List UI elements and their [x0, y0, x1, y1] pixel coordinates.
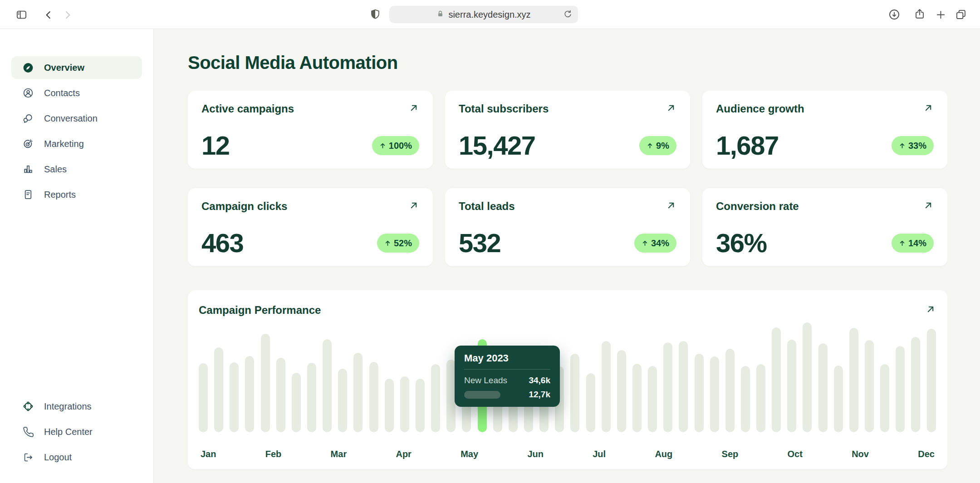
stat-card[interactable]: Conversion rate36%14%: [702, 188, 947, 266]
chart-bar[interactable]: [586, 373, 595, 432]
chart-bar[interactable]: [896, 346, 905, 432]
stat-card-value: 532: [459, 230, 500, 256]
forward-icon[interactable]: [61, 8, 74, 22]
up-arrow-icon: [379, 142, 386, 149]
month-label: Jun: [527, 449, 544, 459]
privacy-shield-icon[interactable]: [368, 8, 382, 21]
chart-bar[interactable]: [803, 322, 812, 432]
chart-bar[interactable]: [400, 376, 409, 432]
chart-bar[interactable]: [617, 350, 626, 432]
stat-card[interactable]: Total leads53234%: [445, 188, 690, 266]
chart-bar[interactable]: [648, 366, 657, 432]
up-arrow-icon: [899, 142, 906, 149]
stat-card[interactable]: Total subscribers15,4279%: [445, 91, 690, 169]
chart-bar[interactable]: [756, 364, 765, 432]
chart-bar[interactable]: [570, 354, 579, 432]
chart-bar[interactable]: [261, 334, 270, 432]
stat-card-title: Active campaigns: [201, 102, 294, 115]
month-axis: JanFebMarAprMayJunJulAugSepOctNovDec: [201, 449, 935, 459]
address-bar[interactable]: sierra.keydesign.xyz: [389, 6, 578, 23]
stat-card[interactable]: Active campaigns12100%: [188, 91, 433, 169]
new-tab-icon[interactable]: [934, 8, 947, 21]
stat-card[interactable]: Audience growth1,68733%: [702, 91, 947, 169]
chart-bar[interactable]: [214, 347, 223, 432]
sidebar-item-help-center[interactable]: Help Center: [11, 420, 142, 443]
chart-bar[interactable]: [725, 349, 735, 432]
tooltip-value-secondary: 12,7k: [529, 390, 550, 400]
logout-icon: [22, 452, 34, 463]
up-arrow-icon: [647, 142, 653, 149]
stat-card-title: Conversion rate: [716, 200, 799, 213]
trend-badge: 52%: [377, 234, 419, 253]
chart-bar[interactable]: [632, 364, 642, 432]
chart-bar[interactable]: [416, 379, 425, 432]
reload-icon[interactable]: [562, 9, 573, 22]
chart-bar[interactable]: [834, 366, 843, 432]
external-link-icon[interactable]: [925, 304, 936, 317]
chart-bar[interactable]: [741, 366, 750, 432]
chart-bar[interactable]: [695, 354, 704, 432]
external-link-icon[interactable]: [408, 200, 419, 213]
sidebar-item-reports[interactable]: Reports: [11, 183, 142, 206]
share-icon[interactable]: [913, 7, 926, 21]
chart-bar[interactable]: [385, 379, 394, 432]
chart-bar[interactable]: [276, 358, 285, 432]
chart-bar[interactable]: [199, 363, 208, 432]
external-link-icon[interactable]: [666, 200, 676, 213]
chart-bar[interactable]: [849, 328, 858, 432]
chart-bar[interactable]: [230, 362, 239, 432]
sidebar-item-contacts[interactable]: Contacts: [11, 82, 142, 104]
sidebar-item-conversation[interactable]: Conversation: [11, 107, 142, 130]
main-content: Social Media Automation Active campaigns…: [154, 29, 980, 483]
chart-bar[interactable]: [865, 340, 874, 432]
chart-bar[interactable]: [602, 341, 611, 432]
stat-card-title: Audience growth: [716, 102, 804, 115]
stat-card-title: Total leads: [459, 200, 515, 213]
chart-bar[interactable]: [307, 363, 316, 432]
sidebar-item-overview[interactable]: Overview: [11, 56, 142, 79]
chart-bar[interactable]: [353, 353, 363, 432]
external-link-icon[interactable]: [923, 200, 934, 213]
chart-bar[interactable]: [679, 341, 688, 432]
external-link-icon[interactable]: [408, 102, 419, 115]
chart-bar[interactable]: [710, 356, 719, 432]
chart-bar[interactable]: [338, 369, 347, 432]
trend-badge: 34%: [634, 234, 676, 253]
chart-bar[interactable]: [772, 327, 781, 432]
sidebar: Overview Contacts Conversation: [0, 29, 154, 483]
sidebar-item-label: Conversation: [44, 113, 98, 124]
sidebar-item-label: Overview: [44, 63, 84, 73]
document-icon: [22, 189, 34, 200]
trend-badge-label: 52%: [394, 238, 412, 249]
tabs-overview-icon[interactable]: [954, 8, 968, 21]
sidebar-item-integrations[interactable]: Integrations: [11, 395, 142, 418]
sidebar-toggle-icon[interactable]: [15, 8, 28, 21]
back-icon[interactable]: [42, 8, 55, 22]
chart-bar[interactable]: [292, 373, 301, 432]
compass-leaf-icon: [22, 62, 34, 74]
month-label: Nov: [852, 449, 869, 459]
chart-bar[interactable]: [431, 364, 440, 432]
sidebar-item-logout[interactable]: Logout: [11, 446, 142, 468]
chart-bar[interactable]: [369, 362, 378, 432]
stat-card-value: 12: [201, 132, 230, 159]
chart-bar[interactable]: [323, 339, 332, 432]
chart-bar[interactable]: [818, 343, 828, 432]
chart-bar[interactable]: [245, 356, 254, 432]
external-link-icon[interactable]: [666, 102, 676, 115]
sidebar-item-marketing[interactable]: Marketing: [11, 132, 142, 155]
chart-bar[interactable]: [911, 337, 920, 432]
chart-bar[interactable]: [927, 329, 936, 432]
sidebar-item-sales[interactable]: Sales: [11, 158, 142, 181]
stat-card[interactable]: Campaign clicks46352%: [188, 188, 433, 266]
sidebar-item-label: Integrations: [44, 401, 92, 412]
campaign-performance-card: Campaign Performance JanFebMarAprMayJunJ…: [188, 290, 947, 469]
chart-bar[interactable]: [787, 340, 796, 432]
downloads-icon[interactable]: [887, 8, 901, 21]
external-link-icon[interactable]: [923, 102, 934, 115]
chart-bar[interactable]: [880, 364, 889, 432]
nodes-circle-icon: [22, 400, 34, 412]
month-label: Apr: [396, 449, 411, 459]
chart-bar[interactable]: [663, 342, 672, 432]
lock-icon: [436, 10, 444, 20]
